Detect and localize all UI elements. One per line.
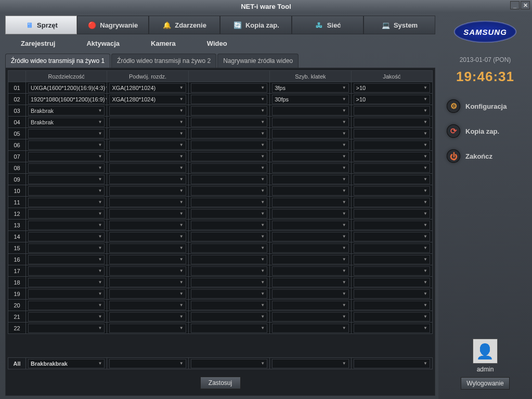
cell-quality[interactable]: ▼ xyxy=(354,152,430,161)
cell-extra[interactable]: ▼ xyxy=(191,301,267,310)
main-tab-1[interactable]: 🔴Nagrywanie xyxy=(77,16,149,34)
cell-framerate[interactable]: ▼ xyxy=(272,243,348,253)
cell-dual-resolution[interactable]: ▼ xyxy=(109,266,186,276)
summary-col4[interactable]: ▼ xyxy=(188,358,269,369)
sidebar-item-exit[interactable]: ⏻ Zakończ xyxy=(442,145,529,167)
cell-framerate[interactable]: ▼ xyxy=(272,221,348,230)
cell-framerate[interactable]: 3fps▼ xyxy=(272,83,348,93)
cell-quality[interactable]: ▼ xyxy=(354,175,430,184)
cell-dual-resolution[interactable]: ▼ xyxy=(109,140,186,150)
cell-resolution[interactable]: ▼ xyxy=(28,243,105,253)
cell-resolution[interactable]: ▼ xyxy=(28,278,105,287)
cell-quality[interactable]: ▼ xyxy=(354,255,430,264)
inner-tab-0[interactable]: Źródło wideo transmisji na żywo 1 xyxy=(5,54,110,68)
cell-quality[interactable]: ▼ xyxy=(354,221,430,230)
cell-framerate[interactable]: ▼ xyxy=(272,324,348,333)
cell-framerate[interactable]: ▼ xyxy=(272,198,348,207)
cell-resolution[interactable]: ▼ xyxy=(28,209,105,218)
cell-framerate[interactable]: ▼ xyxy=(272,186,348,196)
main-tab-4[interactable]: 🖧Sieć xyxy=(292,16,364,34)
cell-extra[interactable]: ▼ xyxy=(191,95,267,104)
cell-dual-resolution[interactable]: ▼ xyxy=(109,232,186,241)
cell-quality[interactable]: ▼ xyxy=(354,278,430,287)
cell-resolution[interactable]: ▼ xyxy=(28,152,105,161)
cell-extra[interactable]: ▼ xyxy=(191,163,267,173)
cell-dual-resolution[interactable]: ▼ xyxy=(109,209,186,218)
cell-framerate[interactable]: ▼ xyxy=(272,312,348,321)
cell-extra[interactable]: ▼ xyxy=(191,175,267,184)
cell-framerate[interactable]: ▼ xyxy=(272,301,348,310)
summary-res[interactable]: Brakbrakbrak▼ xyxy=(26,358,107,369)
cell-framerate[interactable]: ▼ xyxy=(272,140,348,150)
cell-extra[interactable]: ▼ xyxy=(191,152,267,161)
cell-dual-resolution[interactable]: ▼ xyxy=(109,118,186,127)
inner-tab-1[interactable]: Źródło wideo transmisji na żywo 2 xyxy=(111,54,216,68)
main-tab-0[interactable]: 🖥Sprzęt xyxy=(5,16,77,34)
cell-dual-resolution[interactable]: ▼ xyxy=(109,289,186,299)
cell-dual-resolution[interactable]: XGA(1280*1024)▼ xyxy=(109,95,186,104)
cell-quality[interactable]: ▼ xyxy=(354,106,430,115)
cell-dual-resolution[interactable]: ▼ xyxy=(109,278,186,287)
cell-quality[interactable]: ▼ xyxy=(354,266,430,276)
summary-dual[interactable]: ▼ xyxy=(107,358,188,369)
cell-extra[interactable]: ▼ xyxy=(191,140,267,150)
sidebar-item-config[interactable]: ⚙ Konfiguracja xyxy=(442,95,529,117)
sublink-3[interactable]: Wideo xyxy=(207,40,227,47)
cell-quality[interactable]: ▼ xyxy=(354,301,430,310)
apply-button[interactable]: Zastosuj xyxy=(200,377,241,389)
main-tab-5[interactable]: 💻System xyxy=(364,16,435,34)
cell-resolution[interactable]: ▼ xyxy=(28,232,105,241)
cell-quality[interactable]: >10▼ xyxy=(354,95,430,104)
cell-resolution[interactable]: ▼ xyxy=(28,186,105,196)
cell-quality[interactable]: ▼ xyxy=(354,232,430,241)
cell-extra[interactable]: ▼ xyxy=(191,324,267,333)
cell-extra[interactable]: ▼ xyxy=(191,198,267,207)
cell-framerate[interactable]: ▼ xyxy=(272,106,348,115)
logout-button[interactable]: Wylogowanie xyxy=(461,377,509,390)
sublink-2[interactable]: Kamera xyxy=(151,40,176,47)
summary-quality[interactable]: ▼ xyxy=(351,358,432,369)
cell-resolution[interactable]: ▼ xyxy=(28,221,105,230)
cell-resolution[interactable]: Brakbrak▼ xyxy=(28,106,105,115)
cell-dual-resolution[interactable]: XGA(1280*1024)▼ xyxy=(109,83,186,93)
cell-quality[interactable]: ▼ xyxy=(354,129,430,138)
cell-framerate[interactable]: ▼ xyxy=(272,118,348,127)
cell-extra[interactable]: ▼ xyxy=(191,232,267,241)
cell-extra[interactable]: ▼ xyxy=(191,221,267,230)
cell-resolution[interactable]: ▼ xyxy=(28,266,105,276)
cell-resolution[interactable]: ▼ xyxy=(28,255,105,264)
cell-extra[interactable]: ▼ xyxy=(191,186,267,196)
cell-resolution[interactable]: ▼ xyxy=(28,140,105,150)
cell-resolution[interactable]: ▼ xyxy=(28,312,105,321)
cell-extra[interactable]: ▼ xyxy=(191,83,267,93)
cell-quality[interactable]: ▼ xyxy=(354,289,430,299)
cell-dual-resolution[interactable]: ▼ xyxy=(109,106,186,115)
cell-resolution[interactable]: ▼ xyxy=(28,301,105,310)
cell-dual-resolution[interactable]: ▼ xyxy=(109,175,186,184)
inner-tab-2[interactable]: Nagrywanie źródła wideo xyxy=(217,54,299,68)
cell-framerate[interactable]: ▼ xyxy=(272,152,348,161)
cell-quality[interactable]: ▼ xyxy=(354,186,430,196)
cell-resolution[interactable]: ▼ xyxy=(28,324,105,333)
main-tab-2[interactable]: 🔔Zdarzenie xyxy=(149,16,220,34)
cell-resolution[interactable]: ▼ xyxy=(28,163,105,173)
cell-resolution[interactable]: UXGA(1600*1200)(16:9)(4:3)▼ xyxy=(28,83,105,93)
cell-extra[interactable]: ▼ xyxy=(191,118,267,127)
cell-quality[interactable]: ▼ xyxy=(354,118,430,127)
cell-resolution[interactable]: ▼ xyxy=(28,175,105,184)
cell-framerate[interactable]: ▼ xyxy=(272,278,348,287)
cell-dual-resolution[interactable]: ▼ xyxy=(109,198,186,207)
cell-extra[interactable]: ▼ xyxy=(191,266,267,276)
cell-resolution[interactable]: Brakbrak▼ xyxy=(28,118,105,127)
cell-framerate[interactable]: ▼ xyxy=(272,175,348,184)
cell-extra[interactable]: ▼ xyxy=(191,289,267,299)
cell-framerate[interactable]: ▼ xyxy=(272,209,348,218)
cell-extra[interactable]: ▼ xyxy=(191,209,267,218)
cell-framerate[interactable]: ▼ xyxy=(272,266,348,276)
cell-resolution[interactable]: ▼ xyxy=(28,129,105,138)
cell-quality[interactable]: ▼ xyxy=(354,209,430,218)
cell-quality[interactable]: ▼ xyxy=(354,243,430,253)
cell-framerate[interactable]: ▼ xyxy=(272,255,348,264)
cell-resolution[interactable]: ▼ xyxy=(28,198,105,207)
minimize-button[interactable]: _ xyxy=(510,1,520,9)
